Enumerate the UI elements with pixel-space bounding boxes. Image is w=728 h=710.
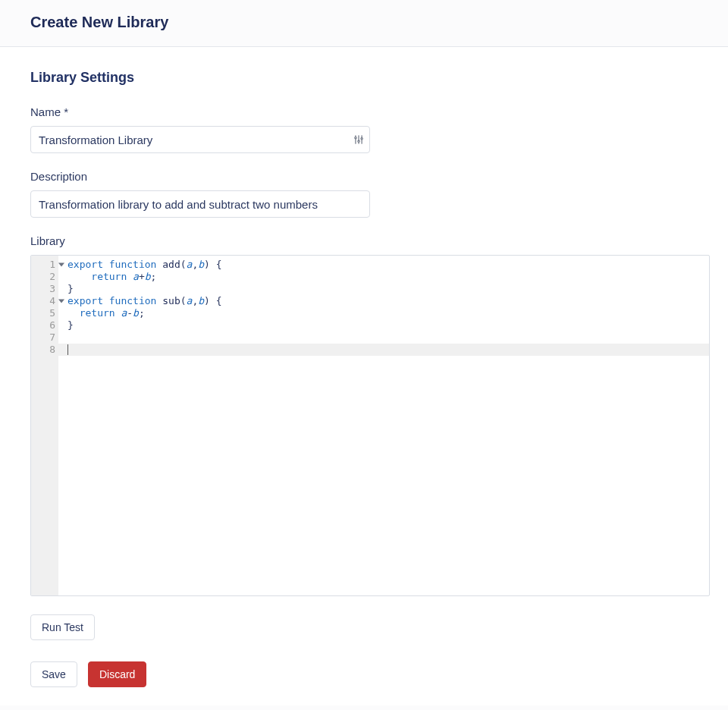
name-group: Name * [30,105,698,153]
code-gutter: 12345678 [31,256,58,595]
description-group: Description [30,170,698,218]
library-group: Library 12345678 export function add(a,b… [30,234,698,596]
gutter-line: 6 [31,319,58,331]
code-line: } [67,319,709,331]
gutter-line: 5 [31,307,58,319]
code-editor[interactable]: 12345678 export function add(a,b) { retu… [30,255,710,596]
page-title: Create New Library [30,14,698,31]
gutter-line: 3 [31,283,58,295]
gutter-line: 8 [31,344,58,356]
description-input[interactable] [30,190,370,218]
page-header: Create New Library [0,0,728,47]
code-line: } [67,283,709,295]
code-line [67,331,709,344]
svg-point-3 [355,137,356,139]
code-line: export function sub(a,b) { [67,295,709,307]
content-area: Library Settings Name * Description Libr… [0,47,728,705]
svg-point-5 [361,138,362,140]
section-title: Library Settings [30,70,698,86]
library-label: Library [30,234,698,247]
discard-button[interactable]: Discard [88,661,146,687]
save-button[interactable]: Save [30,661,77,687]
gutter-line: 4 [31,295,58,307]
run-test-button[interactable]: Run Test [30,614,95,640]
name-input[interactable] [30,126,370,153]
sliders-icon [353,134,364,145]
code-line: return a-b; [67,307,709,319]
code-body[interactable]: export function add(a,b) { return a+b;}e… [58,256,709,595]
gutter-line: 2 [31,271,58,283]
gutter-line: 7 [31,331,58,344]
gutter-line: 1 [31,259,58,271]
name-label: Name * [30,105,698,118]
code-line: export function add(a,b) { [67,259,709,271]
code-line: return a+b; [67,271,709,283]
svg-point-4 [358,140,359,142]
description-label: Description [30,170,698,183]
